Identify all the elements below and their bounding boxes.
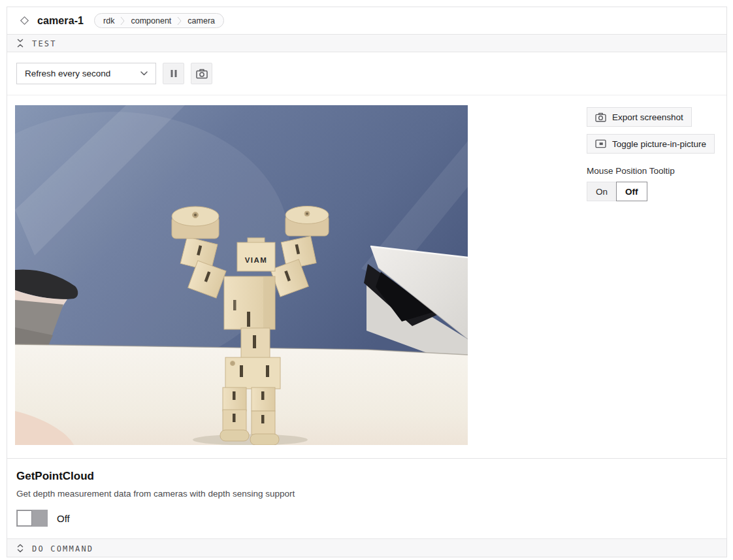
feed-options-sidebar: Export screenshot Toggle picture-in-pict… (587, 105, 717, 201)
chevron-down-icon (140, 71, 148, 76)
breadcrumb-item-camera: camera (187, 16, 215, 25)
panel-header: camera-1 rdk component camera (7, 7, 726, 34)
do-command-section-header[interactable]: DO COMMAND (7, 538, 726, 557)
camera-component-panel: camera-1 rdk component camera TEST Refre… (7, 7, 727, 557)
breadcrumb-item-rdk: rdk (103, 16, 114, 25)
tooltip-off-button[interactable]: Off (616, 182, 647, 201)
toggle-pip-button[interactable]: Toggle picture-in-picture (587, 134, 715, 154)
test-section-body: VIAM Export screenshot Toggle picture-in… (7, 95, 726, 458)
page-title: camera-1 (37, 15, 84, 27)
breadcrumb-separator-icon (177, 16, 182, 26)
mouse-tooltip-segmented-control: On Off (587, 182, 647, 201)
breadcrumb: rdk component camera (94, 13, 224, 28)
export-screenshot-button[interactable]: Export screenshot (587, 107, 692, 127)
camera-feed-image: VIAM (15, 105, 468, 445)
camera-icon (196, 69, 208, 79)
export-screenshot-label: Export screenshot (612, 112, 683, 122)
test-section-label: TEST (32, 39, 57, 48)
robot-logo-text: VIAM (245, 256, 268, 264)
getpointcloud-description: Get depth measurement data from cameras … (16, 489, 717, 499)
tooltip-on-button[interactable]: On (587, 182, 617, 201)
toggle-pip-label: Toggle picture-in-picture (612, 139, 706, 149)
getpointcloud-toggle-state: Off (57, 513, 70, 524)
getpointcloud-title: GetPointCloud (16, 470, 717, 483)
camera-icon (595, 112, 606, 122)
expand-icon (16, 544, 24, 553)
breadcrumb-separator-icon (120, 16, 125, 26)
snapshot-button[interactable] (191, 63, 212, 84)
getpointcloud-toggle-switch[interactable] (16, 510, 48, 527)
camera-controls-row: Refresh every second (7, 52, 726, 95)
mouse-position-tooltip-label: Mouse Position Tooltip (587, 166, 675, 176)
picture-in-picture-icon (595, 139, 606, 148)
getpointcloud-section: GetPointCloud Get depth measurement data… (7, 458, 726, 538)
pause-icon (170, 69, 178, 78)
getpointcloud-toggle-row: Off (16, 510, 717, 527)
pause-refresh-button[interactable] (163, 63, 184, 84)
toggle-knob (17, 510, 32, 526)
collapse-icon (16, 39, 24, 48)
refresh-rate-select[interactable]: Refresh every second (16, 63, 156, 84)
component-diamond-icon (19, 15, 30, 26)
do-command-section-label: DO COMMAND (32, 544, 93, 553)
breadcrumb-item-component: component (131, 16, 171, 25)
camera-live-feed[interactable]: VIAM (15, 105, 468, 445)
test-section-header[interactable]: TEST (7, 34, 726, 52)
refresh-rate-value: Refresh every second (25, 69, 110, 78)
